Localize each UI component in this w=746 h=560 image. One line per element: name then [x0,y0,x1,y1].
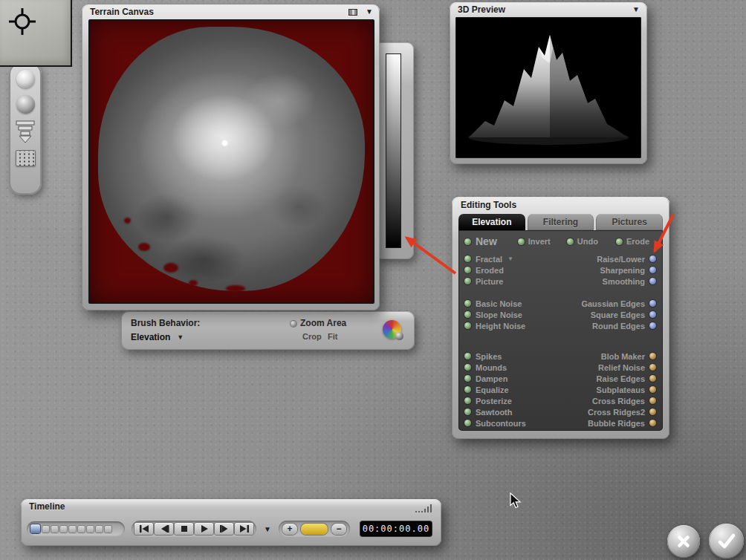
tool-fractal[interactable]: Fractal ▼ [464,253,561,264]
tool-square-edges[interactable]: Square Edges [561,309,658,320]
tool-relief-noise[interactable]: Relief Noise [561,362,658,373]
elevation-gradient-panel [374,42,414,259]
slope-noise-led[interactable] [464,311,471,318]
erode-button[interactable] [616,238,623,245]
tool-subplateaus[interactable]: Subplateaus [561,384,658,395]
tool-sharpening[interactable]: Sharpening [561,264,658,276]
nano-preview[interactable] [0,0,72,67]
raise-edges-led[interactable] [649,375,656,382]
tool-posterize[interactable]: Posterize [464,395,561,406]
timeline-scrubber[interactable] [27,521,125,536]
tool-bubble-ridges[interactable]: Bubble Ridges [561,417,658,429]
tool-sawtooth[interactable]: Sawtooth [464,406,561,417]
tab-filtering[interactable]: Filtering [528,214,594,230]
new-button[interactable] [464,238,471,245]
window-columns-icon[interactable] [348,9,357,16]
smoothing-led[interactable] [649,278,656,284]
terrain-canvas-titlebar[interactable]: Terrain Canvas ▼ [82,4,380,19]
gaussian-edges-led[interactable] [649,300,656,307]
tab-elevation[interactable]: Elevation [458,214,525,230]
arrow-stack-icon[interactable] [16,120,35,143]
spikes-led[interactable] [464,353,471,359]
timeline-options-icon[interactable]: ▼ [264,525,271,533]
sharpening-led[interactable] [649,267,656,273]
picture-label: Picture [476,277,503,286]
tool-cross-ridges2[interactable]: Cross Ridges2 [561,406,658,417]
height-noise-led[interactable] [464,322,471,329]
tool-smoothing[interactable]: Smoothing [561,276,658,287]
fractal-led[interactable] [464,255,471,262]
skip-start-button[interactable] [134,523,153,535]
tool-round-edges[interactable]: Round Edges [561,320,658,331]
frame-bead [69,526,76,533]
cross-ridges-led[interactable] [649,397,656,404]
play-button[interactable] [195,523,213,535]
mounds-led[interactable] [464,364,471,371]
new-label[interactable]: New [476,235,497,247]
terrain-collapse-icon[interactable]: ▼ [366,8,373,16]
sawtooth-led[interactable] [464,408,471,415]
preview-collapse-icon[interactable]: ▼ [632,6,640,13]
tab-pictures[interactable]: Pictures [596,214,663,230]
auto-key-button[interactable] [301,524,328,535]
tool-dampen[interactable]: Dampen [464,373,561,384]
tool-picture[interactable]: Picture [464,276,561,287]
step-back-button[interactable] [155,523,173,535]
tool-raise-lower[interactable]: Raise/Lower [561,253,658,264]
step-forward-button[interactable] [215,523,233,535]
tool-subcontours[interactable]: Subcontours [464,417,561,429]
tool-equalize[interactable]: Equalize [464,384,561,395]
tool-eroded[interactable]: Eroded [464,264,561,276]
tool-basic-noise[interactable]: Basic Noise [464,298,561,309]
crop-button[interactable]: Crop [302,332,322,341]
zoom-area-label[interactable]: Zoom Area [300,318,346,328]
subplateaus-led[interactable] [649,386,656,393]
tool-blob-maker[interactable]: Blob Maker [561,351,658,362]
elevation-gradient-slider[interactable] [386,53,401,248]
invert-button[interactable] [518,238,525,245]
terrain-heightmap-canvas[interactable] [88,19,374,304]
fractal-dropdown-icon[interactable]: ▼ [507,255,513,262]
relief-noise-led[interactable] [649,364,656,371]
cancel-button[interactable] [667,525,700,558]
basic-noise-led[interactable] [464,300,471,307]
confirm-button[interactable] [709,524,744,559]
tool-raise-edges[interactable]: Raise Edges [561,373,658,384]
eroded-led[interactable] [464,267,471,273]
cross-ridges2-led[interactable] [649,408,656,415]
round-edges-led[interactable] [649,322,656,329]
undo-button[interactable] [567,238,574,245]
dampen-led[interactable] [464,375,471,382]
tool-spikes[interactable]: Spikes [464,351,561,362]
grid-tool-icon[interactable] [16,150,36,166]
tool-slope-noise[interactable]: Slope Noise [464,309,561,320]
brush-mode-dropdown[interactable]: Elevation ▼ [131,332,184,342]
skip-end-button[interactable] [235,523,253,535]
bubble-ridges-led[interactable] [649,420,656,426]
scrubber-thumb[interactable] [30,524,40,533]
remove-keyframe-button[interactable]: − [331,524,346,535]
fit-button[interactable]: Fit [328,332,337,341]
shaded-sphere-tool-icon[interactable] [16,95,35,114]
equalize-led[interactable] [464,386,471,393]
raise-lower-led[interactable] [649,255,656,262]
tool-mounds[interactable]: Mounds [464,362,561,373]
zoom-area-led[interactable] [291,321,296,327]
add-keyframe-button[interactable]: + [282,524,297,535]
timeline-titlebar[interactable]: Timeline [21,499,441,514]
timeline-title: Timeline [29,501,65,512]
blob-maker-led[interactable] [649,353,656,359]
color-wheel-icon[interactable] [383,320,401,339]
posterize-led[interactable] [464,397,471,404]
subcontours-led[interactable] [464,420,471,426]
resize-grip-icon[interactable] [415,504,432,512]
square-edges-led[interactable] [649,311,656,318]
sphere-tool-icon[interactable] [16,70,35,88]
stop-button[interactable] [175,523,193,535]
picture-led[interactable] [464,278,471,284]
preview-3d-canvas[interactable] [455,17,641,158]
tool-height-noise[interactable]: Height Noise [464,320,561,331]
tool-cross-ridges[interactable]: Cross Ridges [561,395,658,406]
tool-gaussian-edges[interactable]: Gaussian Edges [561,298,658,309]
preview-3d-titlebar[interactable]: 3D Preview ▼ [450,2,647,17]
